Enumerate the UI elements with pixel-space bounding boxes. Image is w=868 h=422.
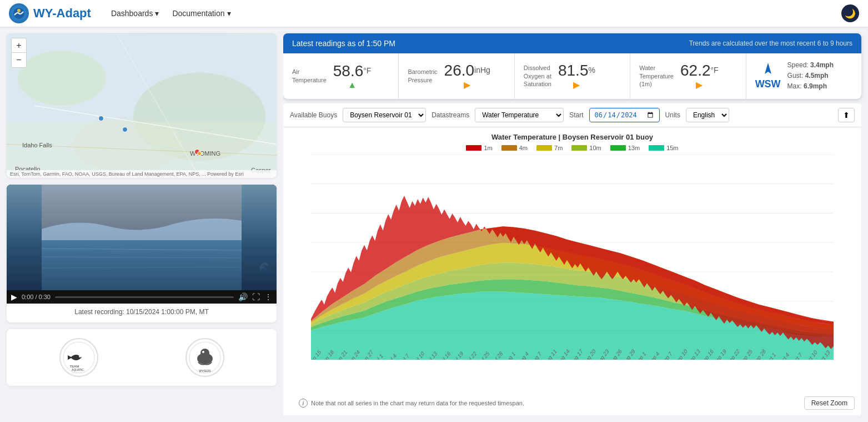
video-time: 0:00 / 0:30 bbox=[22, 294, 51, 300]
svg-text:WYSEAS: WYSEAS bbox=[199, 369, 211, 373]
water-temp-label: WaterTemperature(1m) bbox=[639, 64, 674, 88]
brand-icon bbox=[9, 3, 29, 23]
units-label: Units bbox=[665, 111, 680, 119]
map-card: + − Idaho Falls Pocatello WYOMING Casper… bbox=[7, 33, 277, 178]
more-options-icon[interactable]: ⋮ bbox=[264, 292, 272, 301]
start-date-input[interactable] bbox=[589, 108, 660, 122]
documentation-chevron-icon: ▾ bbox=[227, 9, 231, 18]
wind-display: WSW Speed: 3.4mph Gust: 4.5mph Max: 6.9m… bbox=[755, 60, 834, 92]
legend-color-10m bbox=[571, 145, 587, 151]
legend-color-13m bbox=[610, 145, 626, 151]
svg-rect-11 bbox=[42, 240, 242, 290]
info-icon: i bbox=[299, 399, 308, 408]
water-temp-value-container: 62.2°F ▶ bbox=[680, 62, 719, 90]
dashboards-chevron-icon: ▾ bbox=[155, 9, 159, 18]
baro-label: BarometricPressure bbox=[408, 68, 437, 84]
volume-icon[interactable]: 🔊 bbox=[238, 292, 248, 301]
data-card: Latest readings as of 1:50 PM Trends are… bbox=[283, 33, 861, 99]
chart-note: i Note that not all series in the chart … bbox=[290, 395, 533, 411]
moon-icon: 🌙 bbox=[845, 8, 856, 19]
idaho-falls-label: Idaho Falls bbox=[22, 142, 52, 148]
legend-15m: 15m bbox=[649, 145, 678, 151]
do-value-container: 81.5% ▶ bbox=[558, 62, 595, 90]
wind-direction-icon bbox=[760, 62, 776, 77]
share-button[interactable]: ⬆ bbox=[838, 108, 855, 122]
dashboards-menu[interactable]: Dashboards ▾ bbox=[104, 0, 166, 27]
chart-card: Water Temperature | Boysen Reservoir 01 … bbox=[283, 127, 861, 415]
fullscreen-icon[interactable]: ⛶ bbox=[252, 292, 260, 301]
team-aquatic-logo: TEAM AQUATIC bbox=[59, 338, 98, 377]
documentation-menu[interactable]: Documentation ▾ bbox=[165, 0, 237, 27]
map-zoom-controls: + − bbox=[11, 38, 27, 68]
chart-svg: 85 80 75 70 65 60 55 50 Water Temperatur… bbox=[311, 155, 834, 360]
dissolved-oxygen-metric: DissolvedOxygen atSaturation 81.5% ▶ bbox=[515, 53, 630, 99]
chart-legend: 1m 4m 7m 10m 13m bbox=[283, 143, 861, 155]
left-panel: + − Idaho Falls Pocatello WYOMING Casper… bbox=[0, 27, 283, 422]
wind-metric: WSW Speed: 3.4mph Gust: 4.5mph Max: 6.9m… bbox=[746, 53, 861, 99]
wyseas-logo: WYSEAS bbox=[185, 338, 224, 377]
air-temp-trend-up-icon: ▲ bbox=[348, 80, 357, 90]
baro-trend-icon: ▶ bbox=[464, 80, 470, 90]
air-temp-label: AirTemperature bbox=[292, 68, 327, 84]
do-trend-icon: ▶ bbox=[573, 80, 580, 90]
wind-gust: Gust: 4.5mph bbox=[787, 71, 834, 81]
video-wrapper: 🌊 ▶ 0:00 / 0:30 🔊 ⛶ ⋮ bbox=[7, 185, 277, 304]
wind-values: Speed: 3.4mph Gust: 4.5mph Max: 6.9mph bbox=[787, 60, 834, 92]
zoom-out-button[interactable]: − bbox=[12, 53, 26, 67]
map-container: + − Idaho Falls Pocatello WYOMING Casper… bbox=[7, 33, 277, 178]
controls-row: Available Buoys Boysen Reservoir 01 Data… bbox=[283, 103, 861, 127]
do-value: 81.5% bbox=[558, 62, 595, 80]
legend-color-4m bbox=[501, 145, 517, 151]
map-dot-orange[interactable] bbox=[197, 151, 202, 156]
trends-note: Trends are calculated over the most rece… bbox=[689, 39, 852, 47]
video-card: 🌊 ▶ 0:00 / 0:30 🔊 ⛶ ⋮ Latest recording: … bbox=[7, 185, 277, 322]
map-dot-2[interactable] bbox=[122, 127, 128, 132]
legend-color-1m bbox=[466, 145, 481, 151]
do-label: DissolvedOxygen atSaturation bbox=[524, 64, 551, 88]
wind-max: Max: 6.9mph bbox=[787, 81, 834, 92]
video-preview: 🌊 bbox=[7, 185, 277, 290]
air-temp-value: 58.6°F bbox=[333, 62, 372, 80]
svg-point-3 bbox=[18, 51, 106, 106]
right-panel: Latest readings as of 1:50 PM Trends are… bbox=[283, 27, 868, 422]
video-controls: ▶ 0:00 / 0:30 🔊 ⛶ ⋮ bbox=[7, 290, 277, 304]
map-background: + − Idaho Falls Pocatello WYOMING Casper… bbox=[7, 33, 277, 178]
water-temp-trend-icon: ▶ bbox=[696, 80, 703, 90]
baro-value-container: 26.0inHg ▶ bbox=[444, 62, 490, 90]
reset-zoom-button[interactable]: Reset Zoom bbox=[804, 396, 855, 410]
water-temperature-metric: WaterTemperature(1m) 62.2°F ▶ bbox=[630, 53, 745, 99]
map-dot-1[interactable] bbox=[98, 116, 104, 121]
metrics-row: AirTemperature 58.6°F ▲ BarometricPressu… bbox=[283, 53, 861, 99]
svg-point-21 bbox=[200, 349, 209, 358]
available-buoys-label: Available Buoys bbox=[290, 111, 337, 119]
legend-color-15m bbox=[649, 145, 664, 151]
video-progress-bar[interactable] bbox=[55, 296, 234, 298]
buoy-select[interactable]: Boysen Reservoir 01 bbox=[343, 108, 426, 122]
video-caption: Latest recording: 10/15/2024 1:00:00 PM,… bbox=[7, 308, 277, 316]
chart-title: Water Temperature | Boysen Reservoir 01 … bbox=[283, 127, 861, 143]
svg-point-1 bbox=[17, 9, 21, 12]
datastream-select[interactable]: Water Temperature bbox=[475, 108, 564, 122]
chart-body: 85 80 75 70 65 60 55 50 Water Temperatur… bbox=[283, 155, 861, 393]
play-button[interactable]: ▶ bbox=[11, 292, 17, 301]
legend-color-7m bbox=[536, 145, 552, 151]
brand[interactable]: WY-Adapt bbox=[9, 3, 91, 23]
legend-4m: 4m bbox=[501, 145, 528, 151]
barometric-pressure-metric: BarometricPressure 26.0inHg ▶ bbox=[399, 53, 514, 99]
legend-7m: 7m bbox=[536, 145, 563, 151]
datastreams-label: Datastreams bbox=[432, 111, 469, 119]
dark-mode-button[interactable]: 🌙 bbox=[841, 4, 859, 22]
svg-marker-24 bbox=[765, 63, 771, 74]
latest-readings-title: Latest readings as of 1:50 PM bbox=[292, 39, 395, 48]
baro-value: 26.0inHg bbox=[444, 62, 490, 80]
zoom-in-button[interactable]: + bbox=[12, 38, 26, 53]
air-temp-value-container: 58.6°F ▲ bbox=[333, 62, 372, 90]
main-layout: + − Idaho Falls Pocatello WYOMING Casper… bbox=[0, 27, 868, 422]
units-select[interactable]: English Metric bbox=[686, 108, 729, 122]
navbar: WY-Adapt Dashboards ▾ Documentation ▾ 🌙 bbox=[0, 0, 868, 27]
svg-text:AQUATIC: AQUATIC bbox=[72, 368, 84, 371]
chart-footer: i Note that not all series in the chart … bbox=[283, 393, 861, 415]
share-icon: ⬆ bbox=[843, 111, 850, 120]
legend-1m: 1m bbox=[466, 145, 492, 151]
wind-speed: Speed: 3.4mph bbox=[787, 60, 834, 71]
